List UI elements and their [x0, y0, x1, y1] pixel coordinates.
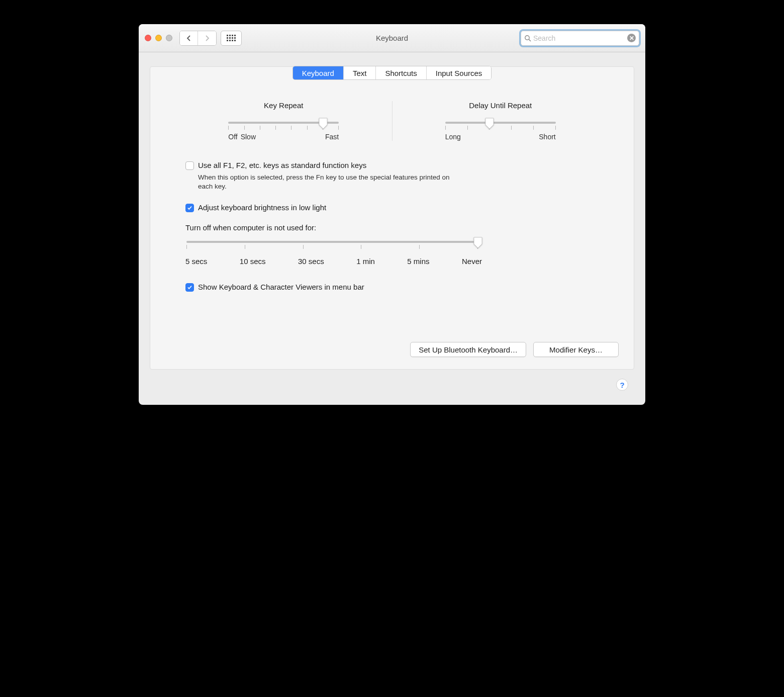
- key-repeat-labels: Off Slow Fast: [228, 133, 339, 141]
- forward-button[interactable]: [198, 31, 216, 45]
- window-title: Keyboard: [376, 34, 408, 42]
- search-input[interactable]: [533, 34, 627, 42]
- turnoff-10secs: 10 secs: [240, 257, 266, 266]
- tab-input-sources[interactable]: Input Sources: [427, 66, 492, 79]
- use-fn-checkbox[interactable]: [185, 161, 194, 170]
- turnoff-5mins: 5 mins: [407, 257, 429, 266]
- turnoff-30secs: 30 secs: [298, 257, 324, 266]
- show-viewers-checkbox[interactable]: [185, 283, 194, 292]
- options-section: Use all F1, F2, etc. keys as standard fu…: [150, 161, 634, 292]
- traffic-lights: [145, 35, 172, 41]
- settings-panel: Keyboard Text Shortcuts Input Sources Ke…: [150, 66, 634, 370]
- zoom-window-button[interactable]: [166, 35, 172, 41]
- grid-icon: [227, 35, 236, 41]
- use-fn-row: Use all F1, F2, etc. keys as standard fu…: [185, 161, 599, 170]
- svg-point-0: [525, 35, 529, 39]
- turnoff-slider[interactable]: [186, 241, 478, 243]
- delay-repeat-group: Delay Until Repeat Long Short: [393, 101, 609, 141]
- delay-repeat-slider[interactable]: [445, 122, 556, 124]
- help-button[interactable]: ?: [616, 379, 628, 391]
- content-area: Keyboard Text Shortcuts Input Sources Ke…: [139, 52, 645, 405]
- key-repeat-slow-label: Slow: [241, 133, 256, 141]
- turnoff-never: Never: [462, 257, 482, 266]
- delay-repeat-title: Delay Until Repeat: [469, 101, 532, 110]
- use-fn-hint: When this option is selected, press the …: [198, 173, 459, 191]
- chevron-right-icon: [204, 35, 210, 42]
- back-button[interactable]: [180, 31, 198, 45]
- clear-search-icon[interactable]: ✕: [627, 34, 636, 42]
- tab-shortcuts[interactable]: Shortcuts: [376, 66, 426, 79]
- close-window-button[interactable]: [145, 35, 151, 41]
- adjust-brightness-checkbox[interactable]: [185, 204, 194, 212]
- show-viewers-row: Show Keyboard & Character Viewers in men…: [185, 283, 599, 292]
- show-viewers-label: Show Keyboard & Character Viewers in men…: [198, 283, 364, 291]
- delay-short-label: Short: [539, 133, 555, 141]
- key-repeat-off-label: Off: [228, 133, 237, 141]
- show-all-button[interactable]: [221, 31, 242, 46]
- turnoff-label: Turn off when computer is not used for:: [185, 223, 599, 232]
- delay-long-label: Long: [445, 133, 461, 141]
- top-sliders: Key Repeat Off Slow Fast: [150, 101, 634, 141]
- adjust-brightness-label: Adjust keyboard brightness in low light: [198, 203, 326, 212]
- turnoff-5secs: 5 secs: [185, 257, 207, 266]
- turnoff-1min: 1 min: [356, 257, 375, 266]
- search-icon: [524, 35, 531, 42]
- minimize-window-button[interactable]: [155, 35, 162, 41]
- bottom-buttons: Set Up Bluetooth Keyboard… Modifier Keys…: [150, 342, 634, 357]
- key-repeat-fast-label: Fast: [325, 133, 339, 141]
- nav-back-forward: [179, 31, 217, 46]
- tab-keyboard[interactable]: Keyboard: [293, 66, 344, 79]
- chevron-left-icon: [186, 35, 192, 42]
- key-repeat-slider[interactable]: [228, 122, 339, 124]
- modifier-keys-button[interactable]: Modifier Keys…: [533, 342, 619, 357]
- preferences-window: Keyboard ✕ Keyboard Text Shortcuts Input…: [139, 24, 645, 405]
- key-repeat-title: Key Repeat: [264, 101, 303, 110]
- adjust-brightness-row: Adjust keyboard brightness in low light: [185, 203, 599, 212]
- svg-line-1: [529, 39, 531, 41]
- bluetooth-keyboard-button[interactable]: Set Up Bluetooth Keyboard…: [410, 342, 526, 357]
- titlebar: Keyboard ✕: [139, 24, 645, 52]
- tab-bar: Keyboard Text Shortcuts Input Sources: [292, 66, 492, 80]
- tab-text[interactable]: Text: [344, 66, 376, 79]
- search-field[interactable]: ✕: [521, 31, 639, 46]
- turnoff-labels: 5 secs 10 secs 30 secs 1 min 5 mins Neve…: [185, 257, 482, 266]
- key-repeat-group: Key Repeat Off Slow Fast: [175, 101, 393, 141]
- delay-repeat-labels: Long Short: [445, 133, 556, 141]
- use-fn-label: Use all F1, F2, etc. keys as standard fu…: [198, 161, 366, 169]
